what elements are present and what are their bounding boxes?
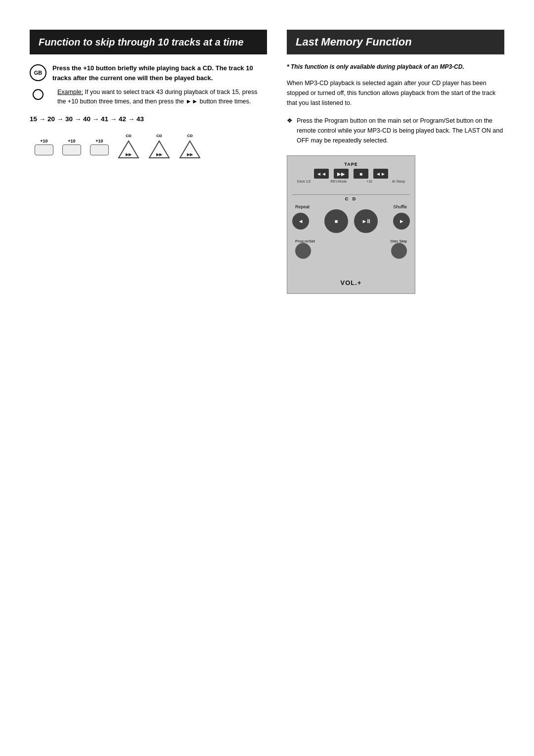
cd-play-btn: ►II (354, 209, 378, 233)
tape-btn-stop: ■ (354, 169, 368, 179)
cd-btn-3: CD ▶▶ (179, 134, 201, 161)
cd-repeat-shuffle-labels: Repeat Shuffle (295, 204, 407, 209)
vol-plus-label: VOL.+ (341, 279, 362, 286)
svg-text:▶▶: ▶▶ (156, 152, 163, 157)
description-text: When MP3-CD playback is selected again a… (287, 78, 504, 108)
tape-btn-dir: ◄► (373, 169, 388, 179)
left-column: Function to skip through 10 tracks at a … (30, 30, 267, 726)
bottom-btns (295, 243, 407, 259)
cd-btn-2: CD ▶▶ (148, 134, 170, 161)
left-title: Function to skip through 10 tracks at a … (39, 36, 258, 48)
cd-section-label: C D (287, 196, 415, 201)
plus10-btn-2: +10 (62, 139, 81, 155)
track-sequence: 15 → 20 → 30 → 40 → 41 → 42 → 43 (30, 115, 267, 123)
plus10-btn-1: +10 (35, 139, 53, 155)
tape-section: TAPE ◄◄ ▶▶ ■ ◄► Deck 1/2 REV.Mode +10 AI… (287, 162, 415, 183)
button-illustrations: +10 +10 +10 CD ▶▶ (35, 134, 267, 161)
progset-btn (295, 243, 311, 259)
shuffle-label: Shuffle (393, 204, 407, 209)
tape-btn-ff: ▶▶ (334, 169, 349, 179)
tape-sub-labels: Deck 1/2 REV.Mode +10 AI Sleep (287, 180, 415, 183)
divider (292, 194, 410, 195)
right-section-header: Last Memory Function (287, 30, 504, 54)
tape-btn-rew: ◄◄ (314, 169, 329, 179)
example-body: If you want to select track 43 during pl… (57, 89, 257, 105)
tape-label: TAPE (287, 162, 415, 167)
cd-btn-1: CD ▶▶ (118, 134, 139, 161)
example-text: Example: If you want to select track 43 … (57, 88, 267, 106)
page: Function to skip through 10 tracks at a … (0, 0, 534, 756)
bullet-text: ❖ Press the Program button on the main s… (287, 116, 504, 145)
svg-text:▶▶: ▶▶ (187, 152, 193, 157)
left-section-header: Function to skip through 10 tracks at a … (30, 30, 267, 54)
plus10-btn-3: +10 (90, 139, 109, 155)
right-column: Last Memory Function * This function is … (287, 30, 504, 726)
circle-icon (33, 89, 44, 100)
instructions-text: Press the +10 button briefly while playi… (52, 63, 267, 83)
cd-repeat-btn: ◀ (292, 213, 309, 230)
remote-control-image: TAPE ◄◄ ▶▶ ■ ◄► Deck 1/2 REV.Mode +10 AI… (287, 155, 415, 294)
example-label: Example: (57, 89, 83, 95)
repeat-label: Repeat (295, 204, 310, 209)
badge-area: GB Press the +10 button briefly while pl… (30, 63, 267, 106)
svg-text:▶▶: ▶▶ (126, 152, 132, 157)
tape-buttons: ◄◄ ▶▶ ■ ◄► (287, 169, 415, 179)
cd-stop-btn: ■ (324, 209, 348, 233)
tape-sub-plus10: +10 (366, 180, 372, 183)
cd-shuffle-btn: ▶ (393, 213, 410, 230)
right-title: Last Memory Function (296, 36, 495, 48)
asterisk-note: * This function is only available during… (287, 63, 504, 70)
remote-inner: TAPE ◄◄ ▶▶ ■ ◄► Deck 1/2 REV.Mode +10 AI… (287, 156, 415, 293)
bullet-diamond: ❖ (287, 116, 293, 145)
cd-row1: ◀ ■ ►II ▶ (292, 209, 410, 233)
bullet-body: Press the Program button on the main set… (297, 116, 504, 145)
tape-sub-deck: Deck 1/2 (297, 180, 311, 183)
gb-badge: GB (30, 64, 46, 81)
tape-sub-sleep: AI Sleep (392, 180, 405, 183)
discskip-btn (391, 243, 407, 259)
tape-sub-rev: REV.Mode (330, 180, 347, 183)
